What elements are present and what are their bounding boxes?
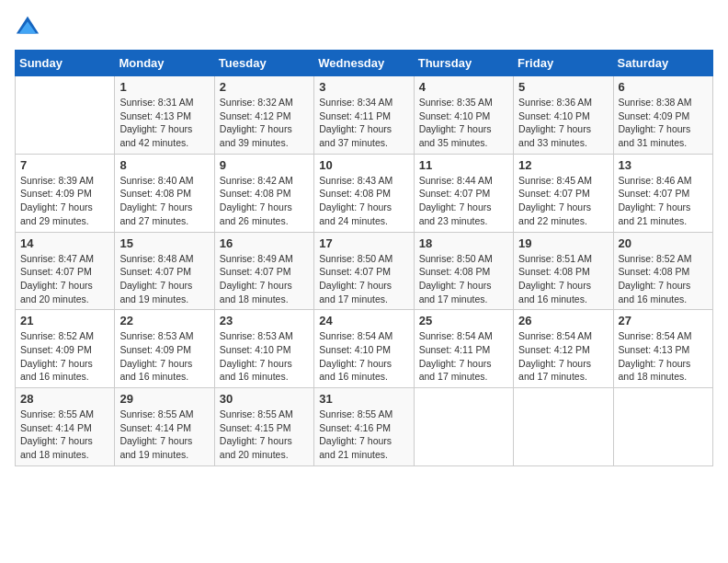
page-header [15,15,713,40]
day-info: Sunrise: 8:36 AMSunset: 4:10 PMDaylight:… [518,96,608,150]
day-info: Sunrise: 8:55 AMSunset: 4:14 PMDaylight:… [119,408,209,462]
day-number: 6 [619,80,708,94]
calendar-cell: 11Sunrise: 8:44 AMSunset: 4:07 PMDayligh… [414,154,513,232]
day-info: Sunrise: 8:50 AMSunset: 4:07 PMDaylight:… [319,252,408,306]
day-info: Sunrise: 8:54 AMSunset: 4:13 PMDaylight:… [619,329,708,384]
day-info: Sunrise: 8:54 AMSunset: 4:10 PMDaylight:… [319,329,408,384]
calendar-cell: 9Sunrise: 8:42 AMSunset: 4:08 PMDaylight… [214,154,313,232]
day-number: 4 [419,80,508,94]
day-number: 27 [619,314,708,327]
calendar-week-row: 1Sunrise: 8:31 AMSunset: 4:13 PMDaylight… [16,76,713,155]
day-info: Sunrise: 8:52 AMSunset: 4:08 PMDaylight:… [619,252,708,306]
day-number: 14 [20,236,109,250]
day-info: Sunrise: 8:35 AMSunset: 4:10 PMDaylight:… [419,96,508,150]
column-header-wednesday: Wednesday [314,51,414,76]
day-info: Sunrise: 8:43 AMSunset: 4:08 PMDaylight:… [319,174,408,228]
calendar-cell: 27Sunrise: 8:54 AMSunset: 4:13 PMDayligh… [613,310,712,388]
calendar-cell: 31Sunrise: 8:55 AMSunset: 4:16 PMDayligh… [314,388,414,466]
logo-icon [15,15,40,40]
day-number: 26 [518,314,608,327]
calendar-header-row: SundayMondayTuesdayWednesdayThursdayFrid… [16,51,713,76]
day-info: Sunrise: 8:53 AMSunset: 4:10 PMDaylight:… [220,329,309,384]
day-number: 15 [119,236,209,250]
column-header-friday: Friday [514,51,613,76]
day-number: 28 [20,392,109,406]
day-info: Sunrise: 8:42 AMSunset: 4:08 PMDaylight:… [220,174,309,228]
calendar-cell: 13Sunrise: 8:46 AMSunset: 4:07 PMDayligh… [613,154,712,232]
calendar-cell: 10Sunrise: 8:43 AMSunset: 4:08 PMDayligh… [314,154,414,232]
day-info: Sunrise: 8:54 AMSunset: 4:11 PMDaylight:… [419,329,508,384]
day-info: Sunrise: 8:32 AMSunset: 4:12 PMDaylight:… [220,96,309,150]
calendar-cell: 19Sunrise: 8:51 AMSunset: 4:08 PMDayligh… [514,232,613,310]
calendar-week-row: 21Sunrise: 8:52 AMSunset: 4:09 PMDayligh… [16,310,713,388]
day-number: 9 [220,158,309,172]
column-header-monday: Monday [115,51,214,76]
day-number: 11 [419,158,508,172]
day-number: 29 [119,392,209,406]
day-number: 12 [518,158,608,172]
day-info: Sunrise: 8:55 AMSunset: 4:16 PMDaylight:… [319,408,408,462]
day-info: Sunrise: 8:45 AMSunset: 4:07 PMDaylight:… [518,174,608,228]
calendar-cell: 20Sunrise: 8:52 AMSunset: 4:08 PMDayligh… [613,232,712,310]
day-number: 19 [518,236,608,250]
calendar-cell: 28Sunrise: 8:55 AMSunset: 4:14 PMDayligh… [16,388,115,466]
calendar-cell [16,76,115,155]
day-number: 8 [119,158,209,172]
calendar-cell: 21Sunrise: 8:52 AMSunset: 4:09 PMDayligh… [16,310,115,388]
calendar-cell: 17Sunrise: 8:50 AMSunset: 4:07 PMDayligh… [314,232,414,310]
day-info: Sunrise: 8:46 AMSunset: 4:07 PMDaylight:… [619,174,708,228]
calendar-cell [514,388,613,466]
day-info: Sunrise: 8:52 AMSunset: 4:09 PMDaylight:… [20,329,109,384]
day-number: 20 [619,236,708,250]
calendar-cell: 8Sunrise: 8:40 AMSunset: 4:08 PMDaylight… [115,154,214,232]
day-number: 16 [220,236,309,250]
calendar-cell: 25Sunrise: 8:54 AMSunset: 4:11 PMDayligh… [414,310,513,388]
calendar-cell: 22Sunrise: 8:53 AMSunset: 4:09 PMDayligh… [115,310,214,388]
day-number: 18 [419,236,508,250]
day-info: Sunrise: 8:40 AMSunset: 4:08 PMDaylight:… [119,174,209,228]
calendar-cell: 12Sunrise: 8:45 AMSunset: 4:07 PMDayligh… [514,154,613,232]
calendar-table: SundayMondayTuesdayWednesdayThursdayFrid… [15,50,713,466]
column-header-tuesday: Tuesday [214,51,313,76]
day-info: Sunrise: 8:48 AMSunset: 4:07 PMDaylight:… [119,252,209,306]
calendar-cell: 26Sunrise: 8:54 AMSunset: 4:12 PMDayligh… [514,310,613,388]
day-info: Sunrise: 8:31 AMSunset: 4:13 PMDaylight:… [119,96,209,150]
day-number: 3 [319,80,408,94]
day-number: 25 [419,314,508,327]
calendar-cell: 6Sunrise: 8:38 AMSunset: 4:09 PMDaylight… [613,76,712,155]
day-number: 24 [319,314,408,327]
day-number: 1 [119,80,209,94]
day-number: 23 [220,314,309,327]
calendar-cell: 24Sunrise: 8:54 AMSunset: 4:10 PMDayligh… [314,310,414,388]
day-number: 21 [20,314,109,327]
calendar-cell: 5Sunrise: 8:36 AMSunset: 4:10 PMDaylight… [514,76,613,155]
calendar-week-row: 28Sunrise: 8:55 AMSunset: 4:14 PMDayligh… [16,388,713,466]
calendar-cell: 15Sunrise: 8:48 AMSunset: 4:07 PMDayligh… [115,232,214,310]
day-number: 22 [119,314,209,327]
day-info: Sunrise: 8:54 AMSunset: 4:12 PMDaylight:… [518,329,608,384]
calendar-cell: 3Sunrise: 8:34 AMSunset: 4:11 PMDaylight… [314,76,414,155]
calendar-cell: 2Sunrise: 8:32 AMSunset: 4:12 PMDaylight… [214,76,313,155]
calendar-week-row: 14Sunrise: 8:47 AMSunset: 4:07 PMDayligh… [16,232,713,310]
day-number: 5 [518,80,608,94]
column-header-thursday: Thursday [414,51,513,76]
calendar-cell: 29Sunrise: 8:55 AMSunset: 4:14 PMDayligh… [115,388,214,466]
day-info: Sunrise: 8:34 AMSunset: 4:11 PMDaylight:… [319,96,408,150]
day-number: 13 [619,158,708,172]
day-info: Sunrise: 8:55 AMSunset: 4:15 PMDaylight:… [220,408,309,462]
day-info: Sunrise: 8:50 AMSunset: 4:08 PMDaylight:… [419,252,508,306]
day-info: Sunrise: 8:55 AMSunset: 4:14 PMDaylight:… [20,408,109,462]
calendar-cell: 16Sunrise: 8:49 AMSunset: 4:07 PMDayligh… [214,232,313,310]
calendar-cell: 14Sunrise: 8:47 AMSunset: 4:07 PMDayligh… [16,232,115,310]
day-info: Sunrise: 8:49 AMSunset: 4:07 PMDaylight:… [220,252,309,306]
day-number: 30 [220,392,309,406]
day-info: Sunrise: 8:47 AMSunset: 4:07 PMDaylight:… [20,252,109,306]
day-info: Sunrise: 8:44 AMSunset: 4:07 PMDaylight:… [419,174,508,228]
logo [15,15,44,40]
calendar-cell [613,388,712,466]
day-number: 17 [319,236,408,250]
day-number: 31 [319,392,408,406]
calendar-cell: 23Sunrise: 8:53 AMSunset: 4:10 PMDayligh… [214,310,313,388]
day-info: Sunrise: 8:51 AMSunset: 4:08 PMDaylight:… [518,252,608,306]
column-header-sunday: Sunday [16,51,115,76]
